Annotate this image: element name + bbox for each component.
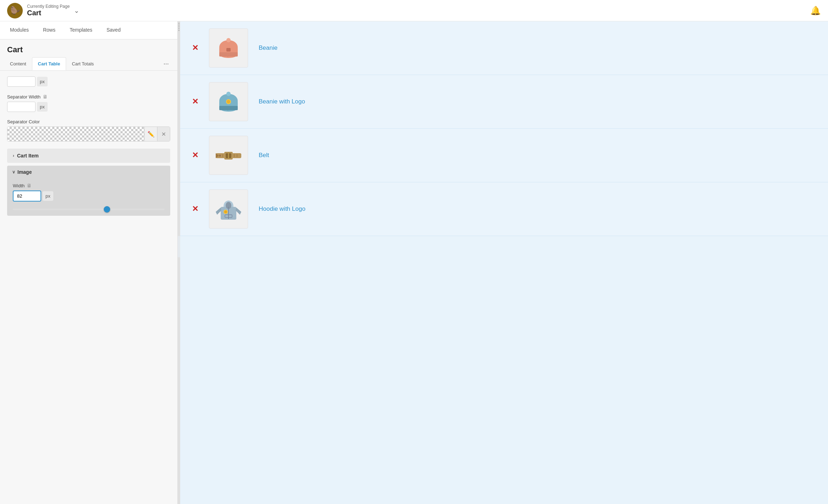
color-picker-row[interactable]: ✏️ ✕ [7,127,170,141]
left-panel-wrapper: Modules Rows Templates Saved Cart Conten… [0,21,178,504]
image-width-monitor-icon: 🖥 [27,183,32,188]
image-accordion-label: Image [17,169,32,175]
beanie-product-image [209,28,248,68]
separator-color-label: Separator Color [7,119,170,124]
top-px-unit: px [37,77,48,86]
remove-belt-button[interactable]: ✕ [192,151,198,160]
beanie-product-name: Beanie [259,44,814,52]
color-checker-pattern[interactable] [7,127,144,141]
hoodie-illustration [214,195,243,223]
eyedropper-button[interactable]: ✏️ [144,127,157,141]
cart-item-belt: ✕ [178,129,828,182]
cart-item-accordion-label: Cart Item [17,153,39,159]
slider-thumb[interactable] [104,206,110,213]
image-accordion-content: Width 🖥 px [7,178,170,216]
belt-illustration [214,141,243,170]
image-chevron-icon: ∨ [12,170,15,175]
belt-product-name: Belt [259,152,814,159]
image-width-label: Width 🖥 [13,183,165,188]
bell-icon[interactable]: 🔔 [810,6,821,16]
svg-rect-19 [219,106,238,110]
monitor-icon: 🖥 [43,94,48,100]
remove-beanie-button[interactable]: ✕ [192,43,198,53]
svg-point-46 [224,210,227,213]
separator-width-field: Separator Width 🖥 px [7,94,170,112]
hoodie-product-image [209,189,248,229]
cart-item-accordion[interactable]: › Cart Item [7,149,170,163]
image-width-input[interactable] [13,191,41,202]
header-subtitle: Currently Editing Page [27,4,70,9]
svg-point-22 [226,92,231,96]
svg-point-21 [227,100,230,103]
cart-item-beanie: ✕ [178,21,828,75]
tab-rows[interactable]: Rows [36,21,63,39]
image-accordion-header[interactable]: ∨ Image [7,166,170,178]
chevron-down-icon[interactable]: ⌄ [74,7,79,15]
more-options-button[interactable]: ··· [159,57,173,70]
left-panel: Modules Rows Templates Saved Cart Conten… [0,21,178,504]
belt-product-image [209,136,248,175]
scroll-indicator [178,21,180,504]
sub-tab-cart-totals[interactable]: Cart Totals [66,58,100,70]
hoodie-product-name: Hoodie with Logo [259,205,814,213]
sub-tab-content[interactable]: Content [4,58,32,70]
cart-item-chevron-icon: › [13,153,14,158]
cart-item-partial [178,236,828,257]
separator-width-label: Separator Width 🖥 [7,94,170,100]
header-title: Cart [27,9,70,17]
top-value-input[interactable] [7,76,36,87]
cart-item-accordion-header[interactable]: › Cart Item [7,149,170,163]
beanie-blue-illustration [214,87,243,116]
image-width-field: Width 🖥 px [13,183,165,202]
field-top-px: px [7,76,170,87]
beanie-pink-illustration [214,34,243,62]
sep-width-px-unit: px [37,102,48,112]
svg-rect-9 [226,48,231,52]
header: 🦫 Currently Editing Page Cart ⌄ 🔔 [0,0,828,21]
svg-point-36 [219,155,221,156]
image-width-slider[interactable] [13,209,165,210]
right-panel: ✕ [178,21,828,504]
top-tabs-row: Modules Rows Templates Saved [0,21,177,39]
sub-tab-cart-table[interactable]: Cart Table [32,57,66,70]
tab-modules[interactable]: Modules [3,21,36,39]
main-layout: Modules Rows Templates Saved Cart Conten… [0,21,828,504]
separator-width-input[interactable] [7,102,36,112]
separator-color-field: Separator Color ✏️ ✕ [7,119,170,141]
panel-content: px Separator Width 🖥 px Separ [0,71,177,504]
beanie-logo-product-image [209,82,248,121]
image-width-px-unit: px [43,191,53,201]
slider-track [13,209,165,210]
sub-tabs-row: Content Cart Table Cart Totals ··· [0,57,177,71]
panel-title: Cart [0,39,177,57]
header-left: 🦫 Currently Editing Page Cart ⌄ [7,3,79,18]
remove-beanie-logo-button[interactable]: ✕ [192,97,198,106]
tab-templates[interactable]: Templates [63,21,100,39]
header-title-group: Currently Editing Page Cart [27,4,70,17]
remove-hoodie-button[interactable]: ✕ [192,204,198,214]
logo-icon: 🦫 [7,3,23,18]
beanie-logo-product-name: Beanie with Logo [259,98,814,105]
svg-rect-8 [219,52,238,57]
image-accordion[interactable]: ∨ Image Width 🖥 px [7,166,170,216]
cart-item-hoodie: ✕ [178,182,828,236]
tab-saved[interactable]: Saved [100,21,128,39]
svg-point-10 [226,38,231,42]
cart-item-beanie-logo: ✕ [178,75,828,129]
clear-color-button[interactable]: ✕ [157,127,170,141]
